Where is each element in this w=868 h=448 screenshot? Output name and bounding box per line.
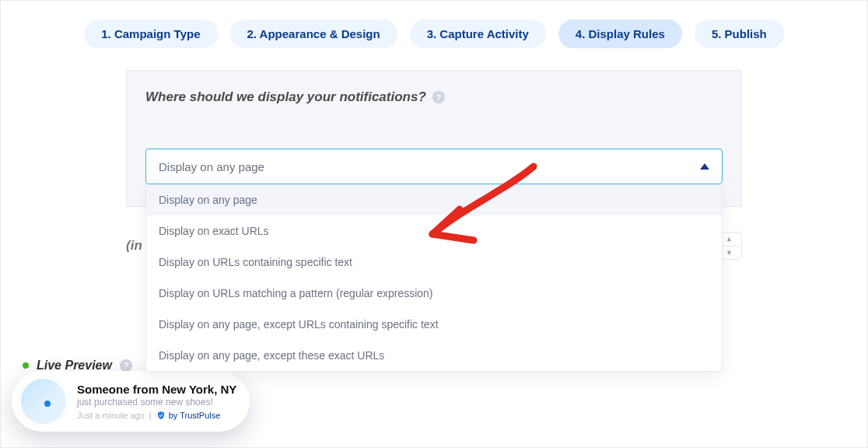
toast-title: Someone from New York, NY (77, 383, 236, 396)
help-icon[interactable]: ? (120, 359, 132, 372)
display-rule-select[interactable]: Display on any page (145, 149, 723, 184)
tab-campaign-type[interactable]: 1. Campaign Type (84, 19, 217, 48)
toast-badge[interactable]: by TrustPulse (156, 411, 221, 420)
display-rule-select-wrap: Display on any page Display on any page … (145, 149, 723, 184)
option-any-page[interactable]: Display on any page (146, 184, 722, 215)
toast-badge-text: by TrustPulse (169, 411, 221, 420)
option-urls-matching-pattern[interactable]: Display on URLs matching a pattern (regu… (146, 278, 722, 309)
question-text: Where should we display your notificatio… (145, 89, 426, 105)
option-urls-containing-text[interactable]: Display on URLs containing specific text (146, 247, 722, 278)
toast-meta: Just a minute ago | by TrustPulse (77, 411, 236, 420)
map-thumb-icon (19, 377, 68, 425)
tab-capture-activity[interactable]: 3. Capture Activity (410, 19, 546, 48)
tab-display-rules[interactable]: 4. Display Rules (558, 19, 682, 48)
tab-appearance-design[interactable]: 2. Appearance & Design (230, 19, 397, 48)
map-pin-icon (44, 401, 51, 407)
verified-icon (156, 411, 166, 420)
toast-subtitle: just purchased some new shoes! (77, 397, 236, 408)
wizard-tabs: 1. Campaign Type 2. Appearance & Design … (1, 19, 867, 48)
preview-toast[interactable]: Someone from New York, NY just purchased… (12, 371, 250, 432)
toast-body: Someone from New York, NY just purchased… (77, 383, 236, 419)
toast-time: Just a minute ago (77, 411, 145, 420)
help-icon[interactable]: ? (432, 91, 445, 103)
tab-publish[interactable]: 5. Publish (695, 19, 784, 48)
select-value: Display on any page (159, 160, 264, 173)
settings-panel: Where should we display your notificatio… (126, 70, 742, 207)
option-exact-urls[interactable]: Display on exact URLs (146, 215, 722, 247)
question-row: Where should we display your notificatio… (145, 89, 723, 105)
app-frame: 1. Campaign Type 2. Appearance & Design … (0, 0, 868, 448)
option-except-exact-urls[interactable]: Display on any page, except these exact … (146, 340, 722, 371)
option-except-urls-containing[interactable]: Display on any page, except URLs contain… (146, 309, 722, 340)
live-dot-icon (23, 362, 29, 369)
display-rule-dropdown: Display on any page Display on exact URL… (145, 184, 723, 372)
chevron-up-icon (700, 163, 709, 170)
